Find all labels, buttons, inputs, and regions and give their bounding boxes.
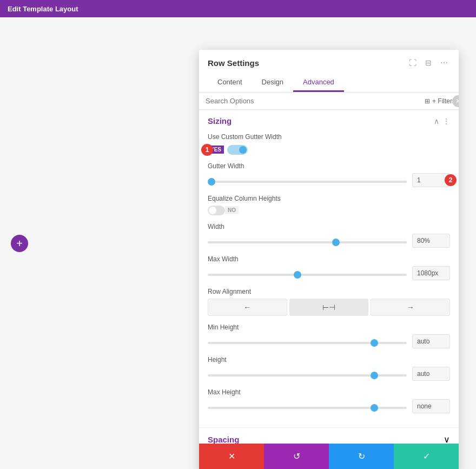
max-height-value[interactable]: none <box>412 399 450 413</box>
confirm-button[interactable]: ✓ <box>394 444 459 469</box>
height-label: Height <box>208 356 450 364</box>
max-height-row: Max Height none <box>208 388 450 413</box>
height-slider-row: auto <box>208 367 450 381</box>
filter-icon: ⊞ <box>425 97 430 105</box>
max-height-slider[interactable] <box>208 407 407 409</box>
canvas: + Row Settings ⛶ ⊟ ⋯ Content Design Adva… <box>0 17 476 469</box>
equalize-col-heights-row: Equalize Column Heights NO <box>208 195 450 215</box>
max-width-label: Max Width <box>208 255 450 263</box>
add-button[interactable]: + <box>11 235 28 252</box>
align-center-button[interactable]: ⊢⊣ <box>289 299 369 316</box>
redo-button[interactable]: ↻ <box>329 444 394 469</box>
min-height-label: Min Height <box>208 323 450 331</box>
sizing-title: Sizing <box>208 116 232 125</box>
tabs: Content Design Advanced <box>208 74 450 92</box>
panel-title-row: Row Settings ⛶ ⊟ ⋯ <box>208 57 450 68</box>
sizing-controls: ∧ ⋮ <box>434 117 450 125</box>
gutter-width-row: Gutter Width 1 2 <box>208 162 450 187</box>
columns-icon[interactable]: ⊟ <box>423 57 434 68</box>
width-label: Width <box>208 223 450 230</box>
sizing-more-icon[interactable]: ⋮ <box>442 117 450 125</box>
tab-content[interactable]: Content <box>208 74 252 92</box>
more-icon[interactable]: ⋯ <box>438 57 450 68</box>
use-custom-gutter-row: Use Custom Gutter Width 1 YES <box>208 133 450 155</box>
gutter-width-label: Gutter Width <box>208 162 450 170</box>
height-slider-container <box>208 369 407 379</box>
spacing-expand-icon: ∨ <box>444 434 450 445</box>
spacing-title: Spacing <box>208 435 239 444</box>
min-height-slider-container <box>208 336 407 346</box>
search-bar: ⊞ + Filter ✕ <box>199 93 459 110</box>
top-bar: Edit Template Layout <box>0 0 476 17</box>
panel-body: Sizing ∧ ⋮ Use Custom Gutter Width 1 YES <box>199 110 459 469</box>
min-height-slider[interactable] <box>208 342 407 344</box>
panel-icons: ⛶ ⊟ ⋯ <box>407 57 450 68</box>
row-alignment-row: Row Alignment ← ⊢⊣ → <box>208 288 450 316</box>
gutter-width-slider-container <box>208 175 407 185</box>
width-slider-container <box>208 236 407 246</box>
min-height-slider-row: auto <box>208 334 450 348</box>
action-bar: ✕ ↺ ↻ ✓ <box>199 444 459 469</box>
row-settings-panel: Row Settings ⛶ ⊟ ⋯ Content Design Advanc… <box>199 50 459 469</box>
gutter-width-slider-row: 1 2 <box>208 173 450 187</box>
width-row: Width 80% <box>208 223 450 248</box>
max-width-slider-container <box>208 268 407 278</box>
min-height-value[interactable]: auto <box>412 334 450 348</box>
custom-gutter-toggle-row: 1 YES <box>208 145 248 155</box>
cancel-button[interactable]: ✕ <box>199 444 264 469</box>
width-slider-row: 80% <box>208 234 450 248</box>
undo-button[interactable]: ↺ <box>264 444 329 469</box>
max-width-row: Max Width 1080px <box>208 255 450 280</box>
custom-gutter-toggle[interactable] <box>227 145 248 155</box>
cancel-icon: ✕ <box>228 451 235 461</box>
align-left-button[interactable]: ← <box>208 299 287 316</box>
max-width-slider-row: 1080px <box>208 266 450 280</box>
tab-advanced[interactable]: Advanced <box>293 74 344 92</box>
height-slider[interactable] <box>208 374 407 376</box>
tab-design[interactable]: Design <box>252 74 293 92</box>
search-input[interactable] <box>206 97 420 105</box>
row-alignment-label: Row Alignment <box>208 288 450 295</box>
filter-label: + Filter <box>432 97 452 105</box>
max-height-slider-container <box>208 401 407 411</box>
sizing-section-header: Sizing ∧ ⋮ <box>208 116 450 125</box>
height-value[interactable]: auto <box>412 367 450 381</box>
equalize-toggle-switch[interactable] <box>208 206 225 215</box>
equalize-no-label: NO <box>225 206 239 214</box>
max-width-value[interactable]: 1080px <box>412 266 450 280</box>
max-height-slider-row: none <box>208 399 450 413</box>
sizing-collapse-icon[interactable]: ∧ <box>434 117 439 125</box>
fullscreen-icon[interactable]: ⛶ <box>407 57 419 68</box>
width-value[interactable]: 80% <box>412 234 450 248</box>
max-width-slider[interactable] <box>208 274 407 276</box>
top-bar-title: Edit Template Layout <box>8 5 78 13</box>
max-height-label: Max Height <box>208 388 450 396</box>
width-slider[interactable] <box>208 241 407 243</box>
badge-1: 1 <box>201 144 213 156</box>
row-alignment-buttons: ← ⊢⊣ → <box>208 299 450 316</box>
panel-title: Row Settings <box>208 58 259 68</box>
gutter-width-slider[interactable] <box>208 181 407 183</box>
confirm-icon: ✓ <box>423 451 430 461</box>
align-right-button[interactable]: → <box>371 299 450 316</box>
sizing-section: Sizing ∧ ⋮ Use Custom Gutter Width 1 YES <box>199 110 459 428</box>
equalize-col-heights-label: Equalize Column Heights <box>208 195 450 202</box>
panel-close-button[interactable]: ✕ <box>452 95 459 107</box>
min-height-row: Min Height auto <box>208 323 450 348</box>
badge-2: 2 <box>445 174 457 186</box>
height-row: Height auto <box>208 356 450 381</box>
filter-button[interactable]: ⊞ + Filter <box>425 97 452 105</box>
undo-icon: ↺ <box>293 451 300 461</box>
equalize-toggle[interactable]: NO <box>208 206 450 215</box>
panel-header: Row Settings ⛶ ⊟ ⋯ Content Design Advanc… <box>199 50 459 93</box>
use-custom-gutter-label: Use Custom Gutter Width <box>208 133 450 141</box>
redo-icon: ↻ <box>358 451 365 461</box>
